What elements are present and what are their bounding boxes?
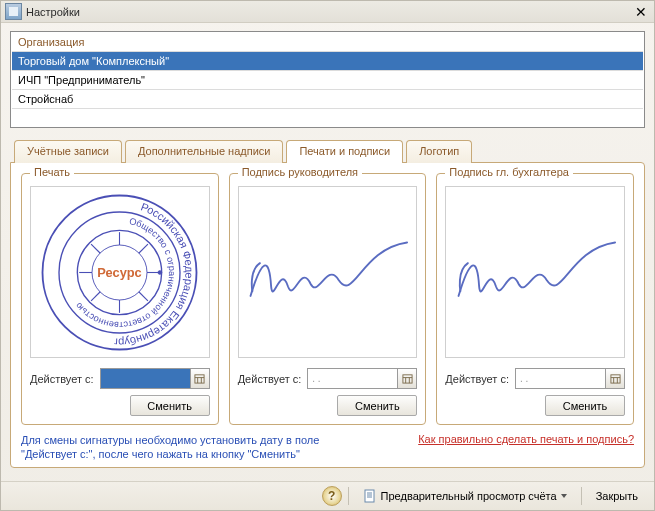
tab-seals-signatures[interactable]: Печати и подписи [286,140,403,163]
manager-signature-group: Подпись руководителя Действует с: . . [229,173,427,425]
svg-rect-21 [403,375,412,383]
preview-label: Предварительный просмотр счёта [381,490,557,502]
calendar-icon[interactable] [397,369,416,388]
tab-accounts[interactable]: Учётные записи [14,140,122,163]
calendar-icon[interactable] [190,369,209,388]
manager-date-label: Действует с: [238,373,302,385]
manager-date-value: . . [308,373,397,384]
content-area: Организация Торговый дом "Комплексный" И… [1,23,654,468]
svg-text:Ресурс: Ресурс [98,265,142,280]
close-label: Закрыть [596,490,638,502]
seal-date-row: Действует с: [30,368,210,389]
svg-rect-17 [195,375,204,383]
signature-graphic [451,235,620,310]
manager-date-input[interactable]: . . [307,368,417,389]
statusbar: ? Предварительный просмотр счёта Закрыть [1,481,654,510]
calendar-icon[interactable] [605,369,624,388]
seal-date-label: Действует с: [30,373,94,385]
settings-window: Настройки ✕ Организация Торговый дом "Ко… [0,0,655,511]
signature-graphic [243,235,412,310]
svg-rect-25 [610,375,619,383]
signature-row: Печать Российская Федерация Екатерин [21,173,634,425]
hint-line2: "Действует с:", после чего нажать на кно… [21,448,300,460]
accountant-date-value: . . [516,373,605,384]
help-link[interactable]: Как правильно сделать печать и подпись? [418,433,634,445]
organization-list: Организация Торговый дом "Комплексный" И… [10,31,645,128]
seal-legend: Печать [30,166,74,178]
accountant-date-input[interactable]: . . [515,368,625,389]
window-title: Настройки [26,6,632,18]
org-row[interactable]: Торговый дом "Комплексный" [12,51,643,70]
manager-date-row: Действует с: . . [238,368,418,389]
document-icon [363,489,377,503]
close-icon[interactable]: ✕ [632,3,650,21]
app-icon [5,3,22,20]
hint-line1: Для смены сигнатуры необходимо установит… [21,434,319,446]
org-list-header: Организация [12,33,643,51]
hints-row: Для смены сигнатуры необходимо установит… [21,425,634,461]
accountant-date-row: Действует с: . . [445,368,625,389]
svg-line-14 [91,291,100,300]
accountant-change-button[interactable]: Сменить [545,395,625,416]
seal-date-input[interactable] [100,368,210,389]
org-row[interactable]: ИЧП "Предприниматель" [12,70,643,89]
tab-page: Печать Российская Федерация Екатерин [10,162,645,468]
help-icon[interactable]: ? [322,486,342,506]
preview-button[interactable]: Предварительный просмотр счёта [355,486,575,506]
separator [348,487,349,505]
close-button[interactable]: Закрыть [588,486,646,506]
svg-line-15 [139,244,148,253]
seal-graphic: Российская Федерация Екатеринбург Общест… [37,190,202,355]
tab-extra-labels[interactable]: Дополнительные надписи [125,140,284,163]
accountant-signature-image [445,186,625,358]
accountant-signature-legend: Подпись гл. бухгалтера [445,166,573,178]
manager-signature-legend: Подпись руководителя [238,166,362,178]
titlebar: Настройки ✕ [1,1,654,23]
org-row-empty [12,108,643,126]
seal-image: Российская Федерация Екатеринбург Общест… [30,186,210,358]
chevron-down-icon [561,494,567,498]
seal-group: Печать Российская Федерация Екатерин [21,173,219,425]
accountant-date-label: Действует с: [445,373,509,385]
tab-strip: Учётные записи Дополнительные надписи Пе… [10,139,645,162]
manager-signature-image [238,186,418,358]
tab-logo[interactable]: Логотип [406,140,472,163]
svg-line-13 [139,291,148,300]
seal-change-button[interactable]: Сменить [130,395,210,416]
svg-rect-29 [365,490,374,502]
accountant-signature-group: Подпись гл. бухгалтера Действует с: . . [436,173,634,425]
svg-line-16 [91,244,100,253]
hint-text: Для смены сигнатуры необходимо установит… [21,433,319,461]
separator [581,487,582,505]
manager-change-button[interactable]: Сменить [337,395,417,416]
org-row[interactable]: Стройснаб [12,89,643,108]
